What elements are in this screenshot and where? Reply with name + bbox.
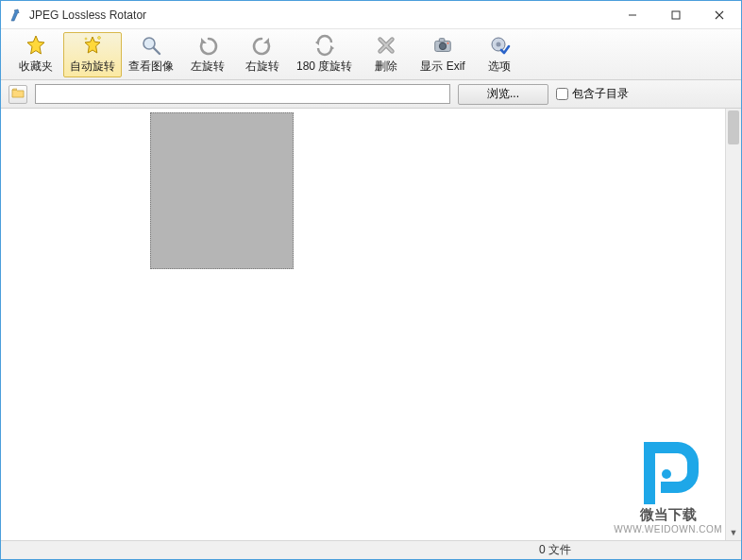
svg-point-14: [662, 469, 671, 479]
maximize-button[interactable]: [654, 1, 698, 28]
svg-point-13: [496, 42, 500, 47]
close-button[interactable]: [698, 1, 741, 28]
pathbar: 浏览... 包含子目录: [1, 80, 741, 109]
include-subfolders-option[interactable]: 包含子目录: [556, 86, 629, 102]
svg-point-11: [447, 42, 449, 44]
options-button[interactable]: 选项: [472, 32, 527, 77]
svg-line-7: [154, 48, 160, 54]
titlebar: JPEG Lossless Rotator: [1, 1, 741, 29]
rotate-left-icon: [196, 34, 219, 57]
rotate-left-label: 左旋转: [191, 59, 225, 75]
sparkle-star-icon: [81, 34, 104, 57]
include-subfolders-checkbox[interactable]: [556, 88, 568, 100]
rotate-right-icon: [251, 34, 274, 57]
rotate-180-icon: [313, 34, 336, 57]
favorites-label: 收藏夹: [19, 59, 53, 75]
window-title: JPEG Lossless Rotator: [29, 8, 611, 22]
minimize-button[interactable]: [611, 1, 654, 28]
rotate-left-button[interactable]: 左旋转: [180, 32, 235, 77]
delete-x-icon: [375, 35, 397, 57]
watermark-logo-icon: [631, 434, 706, 504]
gear-check-icon: [488, 34, 511, 57]
svg-rect-9: [439, 39, 445, 42]
view-image-label: 查看图像: [128, 59, 174, 75]
include-subfolders-label: 包含子目录: [572, 86, 629, 102]
rotate-right-label: 右旋转: [245, 59, 279, 75]
file-count-label: 0 文件: [539, 542, 741, 558]
show-exif-button[interactable]: 显示 Exif: [413, 32, 471, 77]
scroll-down-icon[interactable]: ▼: [726, 524, 741, 540]
folder-picker-button[interactable]: [8, 85, 27, 104]
svg-rect-1: [672, 11, 680, 19]
watermark: 微当下载 WWW.WEIDOWN.COM: [614, 434, 722, 535]
window-controls: [611, 1, 741, 28]
favorites-button[interactable]: 收藏夹: [8, 32, 63, 77]
options-label: 选项: [488, 59, 511, 75]
app-icon: [8, 8, 24, 23]
delete-button[interactable]: 删除: [359, 32, 413, 77]
watermark-url: WWW.WEIDOWN.COM: [614, 524, 722, 535]
toolbar: 收藏夹 自动旋转 查看图像 左旋转 右旋转: [1, 29, 741, 80]
content-area: 微当下载 WWW.WEIDOWN.COM ▼: [1, 109, 741, 540]
auto-rotate-label: 自动旋转: [70, 59, 115, 75]
browse-label: 浏览...: [487, 86, 519, 102]
rotate-180-button[interactable]: 180 度旋转: [290, 32, 359, 77]
view-image-button[interactable]: 查看图像: [122, 32, 180, 77]
auto-rotate-button[interactable]: 自动旋转: [63, 32, 122, 77]
rotate-180-label: 180 度旋转: [296, 59, 352, 75]
thumbnail-placeholder[interactable]: [150, 112, 294, 269]
magnifier-icon: [140, 34, 162, 57]
browse-button[interactable]: 浏览...: [458, 84, 548, 105]
vertical-scrollbar[interactable]: ▼: [725, 109, 741, 540]
folder-icon: [11, 87, 25, 101]
path-input[interactable]: [35, 84, 450, 104]
show-exif-label: 显示 Exif: [420, 59, 464, 75]
delete-label: 删除: [375, 59, 397, 75]
svg-point-4: [98, 37, 101, 40]
watermark-text: 微当下载: [614, 506, 722, 524]
svg-point-10: [439, 42, 446, 49]
camera-icon: [431, 35, 454, 57]
rotate-right-button[interactable]: 右旋转: [235, 32, 290, 77]
scrollbar-thumb[interactable]: [728, 110, 739, 144]
svg-point-5: [85, 38, 87, 40]
statusbar: 0 文件: [1, 540, 741, 559]
star-icon: [25, 34, 47, 57]
